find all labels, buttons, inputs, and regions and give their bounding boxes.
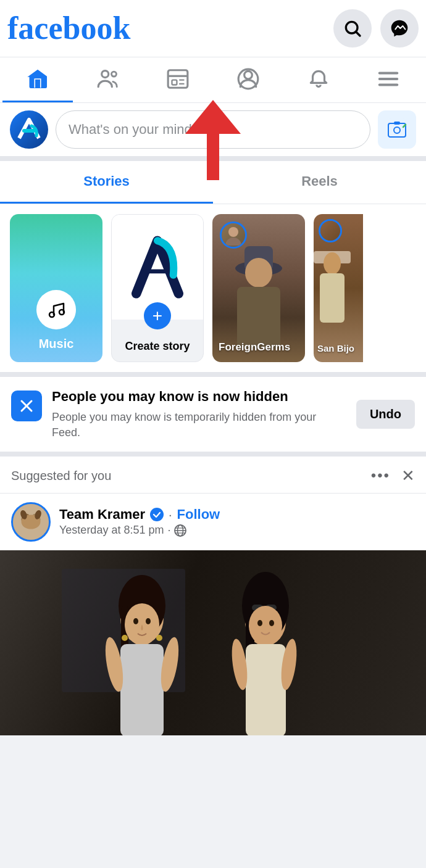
menu-icon — [377, 67, 400, 91]
post-time: Yesterday at 8:51 pm — [59, 524, 164, 537]
home-icon — [26, 67, 49, 91]
avatar-logo — [14, 115, 44, 144]
suggested-post-image — [0, 550, 426, 735]
suggested-for-you-section: Suggested for you ••• ✕ Team Kramer — [0, 457, 426, 735]
more-options-button[interactable]: ••• — [371, 467, 390, 484]
header-icon-group — [333, 9, 419, 48]
dismiss-icon-button[interactable] — [11, 391, 42, 421]
nav-item-profile[interactable] — [213, 57, 283, 102]
svg-line-1 — [356, 32, 360, 36]
hidden-notice-text: People you may know is now hidden People… — [52, 388, 346, 440]
nav-item-friends[interactable] — [73, 57, 143, 102]
acuity-logo-large — [127, 230, 188, 304]
person1-face-icon — [222, 223, 245, 247]
svg-point-20 — [228, 227, 238, 237]
messenger-icon — [390, 19, 409, 38]
svg-point-17 — [49, 312, 54, 317]
photo-upload-button[interactable] — [378, 110, 416, 149]
post-input-section: What's on your mind? — [0, 103, 426, 161]
globe-icon — [174, 524, 186, 537]
author-avatar — [11, 502, 51, 542]
close-suggested-button[interactable]: ✕ — [401, 466, 415, 486]
nav-item-home[interactable] — [2, 57, 73, 102]
music-story-label: Music — [39, 337, 74, 351]
person1-story-label: ForeignGerms — [219, 341, 290, 353]
story-music[interactable]: Music — [10, 214, 102, 362]
hidden-people-notice: People you may know is now hidden People… — [0, 377, 426, 457]
story-create[interactable]: + Create story — [111, 214, 204, 362]
story-person2[interactable]: San Bijo — [314, 214, 363, 362]
svg-rect-5 — [172, 80, 177, 85]
tab-reels[interactable]: Reels — [213, 161, 426, 204]
search-button[interactable] — [333, 9, 372, 48]
svg-point-68 — [156, 635, 162, 641]
svg-point-61 — [249, 606, 282, 645]
bell-icon — [307, 67, 330, 91]
nav-item-menu[interactable] — [353, 57, 424, 102]
post-input-placeholder: What's on your mind? — [69, 122, 199, 138]
suggested-action-buttons: ••• ✕ — [371, 466, 415, 486]
suggested-header: Suggested for you ••• ✕ — [0, 457, 426, 494]
svg-point-3 — [111, 72, 116, 76]
profile-icon — [236, 67, 260, 91]
dot-meta: · — [167, 524, 170, 537]
post-photo — [0, 550, 426, 735]
post-input-field[interactable]: What's on your mind? — [56, 110, 370, 149]
stories-row: Music + Create story — [0, 204, 426, 377]
dot-separator: · — [169, 508, 172, 522]
svg-point-50 — [133, 618, 138, 624]
verified-checkmark-icon — [150, 508, 164, 521]
svg-rect-52 — [120, 644, 164, 735]
nav-item-marketplace[interactable] — [143, 57, 213, 102]
svg-point-51 — [146, 618, 151, 624]
post-author-info: Team Kramer · Follow Yesterday at 8:51 p… — [0, 494, 426, 550]
search-icon — [343, 19, 362, 38]
nav-item-notifications[interactable] — [283, 57, 354, 102]
stories-reels-tab-bar: Stories Reels — [0, 161, 426, 204]
author-details: Team Kramer · Follow Yesterday at 8:51 p… — [59, 506, 415, 537]
svg-point-18 — [59, 310, 64, 315]
svg-point-6 — [244, 71, 253, 79]
svg-rect-4 — [168, 70, 188, 88]
svg-rect-24 — [237, 287, 280, 349]
person2-story-label: San Bijo — [317, 343, 354, 353]
svg-point-67 — [122, 635, 128, 641]
tab-stories[interactable]: Stories — [0, 161, 213, 204]
app-header: facebook — [0, 0, 426, 57]
hidden-notice-title: People you may know is now hidden — [52, 388, 346, 406]
svg-point-63 — [269, 620, 274, 626]
svg-point-26 — [324, 252, 341, 275]
follow-button[interactable]: Follow — [177, 506, 220, 523]
svg-rect-27 — [320, 273, 345, 323]
person2-silhouette — [314, 226, 363, 350]
svg-point-2 — [101, 71, 108, 78]
story-person1[interactable]: ForeignGerms — [212, 214, 305, 362]
undo-button[interactable]: Undo — [356, 400, 415, 429]
music-icon-circle — [36, 290, 76, 329]
svg-rect-64 — [246, 644, 286, 735]
author-avatar-image — [13, 503, 49, 540]
svg-rect-16 — [394, 122, 400, 125]
friends-icon — [96, 67, 120, 91]
person1-avatar — [220, 221, 247, 249]
verified-badge — [150, 508, 164, 521]
suggested-label: Suggested for you — [11, 469, 111, 483]
create-story-plus[interactable]: + — [144, 302, 171, 329]
x-icon — [18, 397, 35, 415]
messenger-button[interactable] — [380, 9, 419, 48]
svg-point-62 — [257, 620, 262, 626]
person2-image — [314, 226, 363, 362]
music-note-icon — [45, 299, 67, 321]
svg-point-23 — [245, 258, 272, 287]
marketplace-icon — [166, 67, 190, 91]
person1-avatar-inner — [222, 223, 245, 247]
photo-icon — [386, 118, 408, 141]
facebook-logo: facebook — [7, 12, 130, 44]
author-name: Team Kramer — [59, 506, 145, 523]
user-avatar — [10, 110, 48, 149]
author-name-row: Team Kramer · Follow — [59, 506, 415, 523]
create-story-label: Create story — [112, 340, 203, 353]
hidden-notice-desc: People you may know is temporarily hidde… — [52, 410, 346, 440]
svg-point-36 — [150, 508, 164, 521]
navigation-bar — [0, 57, 426, 103]
